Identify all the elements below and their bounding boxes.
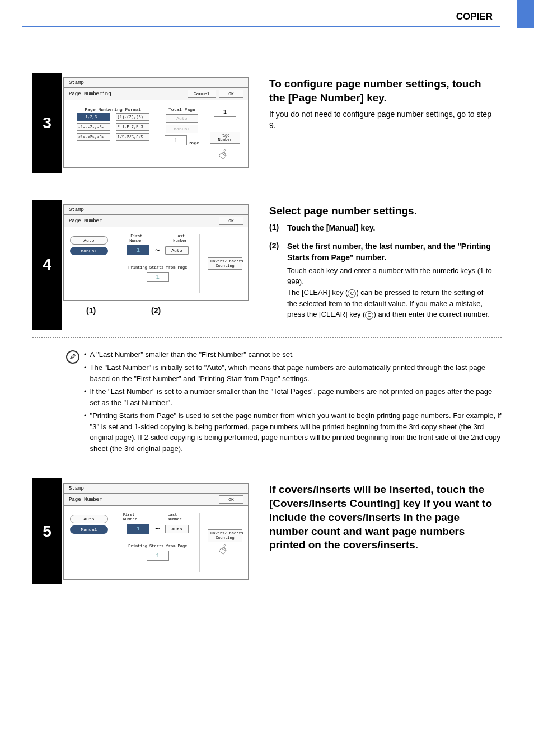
screen-tab: Stamp [64,78,248,88]
format-label: Page Numbering Format [70,107,156,112]
page-number-button[interactable]: Page Number [210,132,240,144]
page-value[interactable]: 1 [165,135,187,145]
connector-line [77,525,77,530]
screen-page-number: Stamp Page Number OK Auto Manual First N… [63,483,249,580]
note-item: "Printing Starts from Page" is used to s… [84,410,502,454]
screen-title: Page Number [69,497,102,503]
note-item: The "Last Number" is initially set to "A… [84,362,502,384]
manual-button[interactable]: Manual [70,525,108,534]
step-number-4: 4 [32,200,62,330]
note-item: A "Last Number" smaller than the "First … [84,349,502,360]
header-accent-strip [517,0,534,28]
step-3-row: 3 Stamp Page Numbering Cancel OK Page Nu… [32,73,502,173]
printing-starts-label: Printing Starts from Page [128,544,187,548]
header-title: COPIER [456,11,493,22]
callout-line-2 [156,267,156,304]
manual-button[interactable]: Manual [166,125,198,133]
format-option[interactable]: P.1,P.2,P.3.. [116,123,149,131]
last-number-value[interactable]: Auto [165,525,188,533]
screen-tab: Stamp [64,484,248,494]
last-number-value[interactable]: Auto [165,246,188,255]
covers-btn-line2: Counting [210,264,240,268]
callout-2: (2) [151,306,161,315]
step-4-row: 4 Stamp Page Number OK Auto Manual [32,200,502,330]
clear-key-icon: C [365,311,373,320]
format-option[interactable]: 1,2,3.. [77,113,110,121]
printing-starts-value[interactable]: 1 [147,272,169,282]
format-option[interactable]: -1-,-2-,-3-.. [77,123,110,131]
page-number-value[interactable]: 1 [214,107,236,117]
note-icon [66,350,79,364]
pointer-hand-icon [218,542,232,556]
notes-section: A "Last Number" smaller than the "First … [32,345,502,466]
callout-line-1 [91,267,91,304]
page-unit-label: Page [189,140,199,145]
format-option[interactable]: (1),(2),(3).. [116,113,149,121]
pointer-hand-icon [218,147,232,161]
first-number-label: First Number [123,513,150,522]
step-number-5: 5 [32,478,62,584]
manual-button[interactable]: Manual [70,247,108,255]
covers-btn-line1: Covers/Inserts [210,259,240,264]
clear-key-icon: C [348,289,356,298]
first-number-label: First Number [123,234,150,243]
last-number-label: Last Number [168,234,193,243]
printing-starts-value[interactable]: 1 [147,551,169,561]
covers-inserts-button[interactable]: Covers/Inserts Counting [208,529,242,542]
screen-title: Page Numbering [69,91,111,97]
connector-line [77,509,77,516]
screen-title: Page Number [69,218,102,224]
step-heading: Select page number settings. [269,204,493,218]
callout-1: (1) [86,306,96,315]
substep-heading: Set the first number, the last number, a… [287,241,493,263]
dotted-separator [32,337,502,338]
covers-btn-line1: Covers/Inserts [210,531,240,536]
substep-number: (2) [269,241,287,320]
step-5-row: 5 Stamp Page Number OK Auto Manual [32,478,502,584]
substep-heading: Touch the [Manual] key. [287,223,493,234]
tilde-icon: ~ [155,246,160,255]
auto-button[interactable]: Auto [70,236,108,245]
cancel-button[interactable]: Cancel [188,90,216,98]
step-number-3: 3 [32,73,62,173]
ok-button[interactable]: OK [219,217,243,225]
format-option[interactable]: 1/5,2/5,3/5.. [116,133,149,141]
auto-button[interactable]: Auto [166,114,198,123]
auto-button[interactable]: Auto [70,515,108,523]
connector-line [77,246,77,252]
first-number-value[interactable]: 1 [127,245,149,255]
tilde-icon: ~ [155,524,160,533]
connector-line [77,231,77,237]
substep-body: The [CLEAR] key (C) can be pressed to re… [287,287,493,320]
step-heading: If covers/inserts will be inserted, touc… [269,483,493,552]
format-option[interactable]: <1>,<2>,<3>.. [77,133,110,141]
note-item: If the "Last Number" is set to a number … [84,386,502,408]
total-page-label: Total Page [168,107,195,112]
ok-button[interactable]: OK [219,495,243,504]
substep-body: Touch each key and enter a number with t… [287,265,493,287]
covers-inserts-button[interactable]: Covers/Inserts Counting [208,257,242,270]
screen-page-numbering: Stamp Page Numbering Cancel OK Page Numb… [63,77,249,168]
last-number-label: Last Number [168,513,193,522]
substep-number: (1) [269,223,287,236]
covers-btn-line2: Counting [210,536,240,540]
ok-button[interactable]: OK [219,90,243,98]
step-heading: To configure page number settings, touch… [269,77,493,105]
step-body: If you do not need to configure page num… [269,109,493,131]
header-rule [22,26,500,27]
first-number-value[interactable]: 1 [127,524,149,534]
printing-starts-label: Printing Starts from Page [128,265,187,270]
screen-tab: Stamp [64,205,248,215]
